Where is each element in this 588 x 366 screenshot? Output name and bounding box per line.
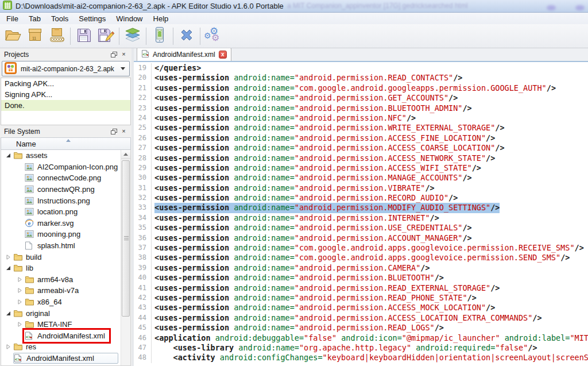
code-line-21[interactable]: 21<uses-permission android:name="com.goo… [134, 83, 588, 93]
tree-item-res[interactable]: res [1, 341, 121, 353]
tree-item-assets[interactable]: assets [1, 150, 121, 161]
code-line-22[interactable]: 22<uses-permission android:name="android… [134, 93, 588, 103]
column-header-name[interactable]: Name [1, 137, 131, 150]
tree-item-label: mooning.png [37, 230, 80, 238]
tree-item-original[interactable]: original [1, 307, 121, 319]
code-line-30[interactable]: 30<uses-permission android:name="android… [134, 173, 588, 183]
tree-item-arm64-v8a[interactable]: arm64-v8a [1, 274, 121, 286]
line-number: 47 [134, 343, 152, 353]
install-device-button[interactable] [149, 26, 171, 47]
artifact-dot [547, 5, 556, 10]
float-icon[interactable] [109, 50, 119, 59]
close-icon[interactable]: × [119, 127, 129, 136]
expander-collapsed-icon[interactable] [15, 299, 25, 305]
menu-settings[interactable]: Settings [74, 14, 111, 24]
tree-item-armeabi-v7a[interactable]: armeabi-v7a [1, 285, 121, 296]
settings-button[interactable]: ⚙⚙⚙ [203, 26, 225, 47]
expander-collapsed-icon[interactable] [15, 322, 25, 327]
expander-collapsed-icon[interactable] [15, 288, 25, 293]
tree-item-location-png[interactable]: location.png [1, 206, 121, 218]
code-line-37[interactable]: 37<uses-permission android:name="com.goo… [134, 243, 588, 253]
folder-icon [25, 275, 34, 284]
tree-item-lib[interactable]: lib [1, 263, 121, 274]
tree-item-build[interactable]: build [1, 251, 121, 263]
expander-collapsed-icon[interactable] [3, 255, 13, 260]
expander-expanded-icon[interactable] [3, 265, 13, 271]
code-line-32[interactable]: 32<uses-permission android:name="android… [134, 193, 588, 203]
open-apk-button[interactable] [2, 26, 24, 47]
code-line-19[interactable]: 19</queries> [134, 63, 588, 73]
close-apk-button[interactable] [176, 26, 198, 47]
code-line-26[interactable]: 26<uses-permission android:name="android… [134, 133, 588, 143]
tree-item-x86-64[interactable]: x86_64 [1, 296, 121, 308]
menu-tab[interactable]: Tab [24, 14, 46, 24]
code-line-20[interactable]: 20<uses-permission android:name="android… [134, 73, 588, 83]
code-line-29[interactable]: 29<uses-permission android:name="android… [134, 163, 588, 173]
tree-item-content: res [13, 341, 40, 352]
code-text: <uses-permission android:name="android.p… [154, 323, 444, 333]
code-line-23[interactable]: 23<uses-permission android:name="android… [134, 103, 588, 113]
tree-scrollbar[interactable] [121, 150, 130, 365]
gears-icon: ⚙⚙⚙ [205, 28, 222, 45]
code-line-44[interactable]: 44<uses-permission android:name="android… [134, 313, 588, 323]
tree-item-instructions-png[interactable]: Instructions.png [1, 195, 121, 206]
tree-item-label: AI2Companion-Icon.png [37, 163, 118, 171]
code-line-25[interactable]: 25<uses-permission android:name="android… [134, 123, 588, 133]
line-number: 25 [134, 123, 152, 133]
menu-help[interactable]: Help [148, 14, 174, 24]
code-line-38[interactable]: 38<uses-permission android:name="com.goo… [134, 253, 588, 263]
code-line-41[interactable]: 41<uses-permission android:name="android… [134, 283, 588, 293]
tree-item-connectwqr-png[interactable]: connectwQR.png [1, 184, 121, 195]
code-line-24[interactable]: 24<uses-permission android:name="android… [134, 113, 588, 123]
code-area[interactable]: 19</queries>20<uses-permission android:n… [134, 62, 588, 366]
code-line-28[interactable]: 28<uses-permission android:name="android… [134, 153, 588, 163]
code-line-36[interactable]: 36<uses-permission android:name="android… [134, 233, 588, 243]
expander-collapsed-icon[interactable] [15, 277, 25, 282]
tree-item-connectwcode-png[interactable]: connectwCode.png [1, 172, 121, 184]
svg-text:<>: <> [143, 52, 148, 56]
code-line-42[interactable]: 42<uses-permission android:name="android… [134, 293, 588, 303]
menu-file[interactable]: File [1, 14, 24, 24]
code-line-31[interactable]: 31<uses-permission android:name="android… [134, 183, 588, 193]
tree-item-meta-inf[interactable]: META-INF [1, 319, 121, 330]
code-line-35[interactable]: 35<uses-permission android:name="android… [134, 223, 588, 233]
code-line-39[interactable]: 39<uses-permission android:name="android… [134, 263, 588, 273]
file-tree-rows: assetsAI2Companion-Icon.pngconnectwCode.… [1, 150, 121, 365]
code-line-34[interactable]: 34<uses-permission android:name="android… [134, 213, 588, 223]
code-line-40[interactable]: 40<uses-permission android:name="android… [134, 273, 588, 283]
tree-item-splash-html[interactable]: splash.html [1, 240, 121, 252]
pack-apk-button[interactable]: 11 [24, 26, 46, 47]
tab-close-icon[interactable]: x [219, 51, 227, 59]
scrollbar-thumb[interactable] [122, 160, 130, 317]
expander-expanded-icon[interactable] [3, 153, 13, 158]
code-line-43[interactable]: 43<uses-permission android:name="android… [134, 303, 588, 313]
project-selector[interactable]: mit-ai2-companion-2-63_2.apk [2, 61, 130, 76]
tree-item-androidmanifest-xml[interactable]: <>AndroidManifest.xml [1, 353, 121, 364]
tab-androidmanifest[interactable]: <> AndroidManifest.xml x [137, 48, 231, 61]
menu-window[interactable]: Window [111, 14, 148, 24]
expander-expanded-icon[interactable] [3, 311, 13, 316]
code-line-46[interactable]: 46<application android:debuggable="false… [134, 333, 588, 343]
float-icon[interactable] [109, 127, 119, 136]
scrollbar-up-icon[interactable] [121, 150, 130, 159]
code-line-33[interactable]: 33<uses-permission android:name="android… [134, 203, 588, 213]
code-line-48[interactable]: 48 <activity android:configChanges="keyb… [134, 353, 588, 363]
menu-tools[interactable]: Tools [46, 14, 74, 24]
expander-collapsed-icon[interactable] [3, 344, 13, 349]
code-text: <uses-permission android:name="android.p… [154, 293, 477, 303]
code-line-47[interactable]: 47 <uses-library android:name="org.apach… [134, 343, 588, 353]
tree-item-androidmanifest-xml[interactable]: <>AndroidManifest.xml [1, 330, 121, 342]
close-icon[interactable]: × [119, 50, 129, 59]
code-text: <uses-permission android:name="android.p… [154, 93, 458, 103]
tree-item-marker-svg[interactable]: emarker.svg [1, 218, 121, 229]
save-as-button[interactable] [95, 26, 117, 47]
tree-item-ai2companion-icon-png[interactable]: AI2Companion-Icon.png [1, 161, 121, 173]
code-line-45[interactable]: 45<uses-permission android:name="android… [134, 323, 588, 333]
chevron-down-icon [121, 67, 125, 70]
tree-item-mooning-png[interactable]: mooning.png [1, 229, 121, 240]
unpack-apk-button[interactable] [46, 26, 68, 47]
toolbar-separator [173, 28, 173, 45]
resources-button[interactable] [122, 26, 144, 47]
save-button[interactable] [73, 26, 95, 47]
code-line-27[interactable]: 27<uses-permission android:name="android… [134, 143, 588, 153]
